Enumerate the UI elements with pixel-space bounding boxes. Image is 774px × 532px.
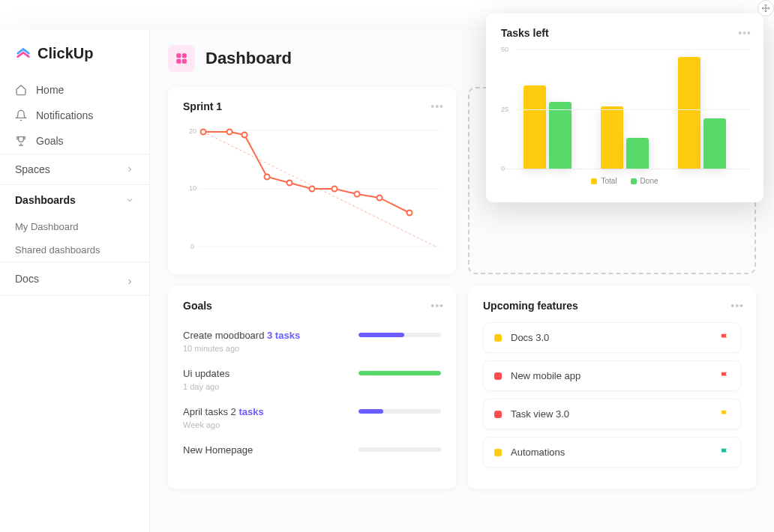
goal-item[interactable]: Create moodboard 3 tasks 10 minutes ago — [183, 322, 441, 360]
feature-item[interactable]: Automations — [483, 437, 741, 468]
bar — [704, 118, 726, 169]
bell-icon — [15, 109, 27, 121]
section-docs[interactable]: Docs — [0, 262, 149, 296]
chevron-right-icon — [125, 277, 134, 286]
chevron-down-icon — [125, 196, 134, 205]
flag-icon — [719, 447, 730, 458]
nav-notifications[interactable]: Notifications — [0, 103, 149, 128]
feature-label: Automations — [511, 447, 710, 458]
sidebar-item-my-dashboard[interactable]: My Dashboard — [0, 215, 149, 238]
status-dot — [494, 372, 502, 380]
nav-label: Goals — [36, 135, 64, 147]
goal-title: April tasks 2 tasks — [183, 406, 358, 417]
card-title: Tasks left — [501, 27, 748, 39]
feature-label: New mobile app — [511, 370, 710, 381]
goal-time: 10 minutes ago — [183, 344, 358, 353]
section-label: Dashboards — [15, 194, 76, 206]
svg-point-17 — [310, 187, 315, 192]
svg-point-19 — [355, 192, 360, 197]
tasks-left-chart: 50 25 0 Total Done — [501, 49, 748, 192]
svg-point-18 — [332, 187, 338, 192]
flag-icon — [719, 333, 730, 343]
feature-label: Docs 3.0 — [511, 332, 710, 343]
progress-bar — [358, 447, 441, 452]
bar — [524, 85, 546, 169]
card-title: Upcoming features — [483, 300, 741, 312]
goal-time: 1 day ago — [183, 382, 358, 391]
card-title: Sprint 1 — [183, 100, 441, 112]
logo[interactable]: ClickUp — [0, 45, 149, 77]
goal-item[interactable]: Ui updates 1 day ago — [183, 360, 441, 399]
trophy-icon — [15, 135, 27, 147]
svg-rect-2 — [182, 53, 187, 58]
goal-title: New Homepage — [183, 444, 358, 456]
more-icon[interactable]: ••• — [730, 300, 744, 312]
upcoming-card: Upcoming features ••• Docs 3.0 New mobil… — [468, 286, 756, 489]
sprint-card: Sprint 1 ••• 20 10 0 — [168, 87, 456, 274]
sidebar: ClickUp Home Notifications Goals Spaces … — [0, 30, 150, 532]
brand-text: ClickUp — [38, 45, 93, 62]
clickup-logo-icon — [15, 46, 32, 62]
progress-bar — [358, 409, 441, 414]
svg-point-15 — [265, 175, 270, 180]
flag-icon — [719, 371, 730, 381]
status-dot — [494, 334, 502, 342]
nav-home[interactable]: Home — [0, 77, 149, 103]
svg-point-13 — [227, 130, 232, 135]
svg-text:10: 10 — [189, 184, 196, 192]
goals-card: Goals ••• Create moodboard 3 tasks 10 mi… — [168, 286, 456, 489]
progress-bar — [358, 371, 441, 375]
nav-label: Notifications — [36, 109, 93, 121]
status-dot — [494, 411, 502, 418]
bar — [626, 138, 649, 169]
legend-label: Total — [601, 177, 616, 185]
dashboard-icon — [168, 45, 195, 72]
section-dashboards[interactable]: Dashboards — [0, 184, 149, 215]
tasks-left-card[interactable]: Tasks left ••• 50 25 0 Total Done — [486, 13, 764, 202]
chart-legend: Total Done — [501, 177, 748, 185]
more-icon[interactable]: ••• — [738, 27, 752, 39]
svg-point-12 — [201, 130, 206, 135]
bar — [549, 102, 572, 169]
burndown-chart: 20 10 0 — [183, 123, 441, 258]
feature-item[interactable]: Docs 3.0 — [483, 322, 741, 353]
section-label: Docs — [15, 273, 39, 285]
bar — [601, 106, 623, 169]
home-icon — [15, 84, 27, 96]
svg-text:20: 20 — [189, 127, 196, 135]
progress-bar — [358, 333, 441, 337]
sidebar-item-shared-dashboards[interactable]: Shared dashboards — [0, 238, 149, 262]
goal-title: Create moodboard 3 tasks — [183, 330, 358, 341]
more-icon[interactable]: ••• — [430, 100, 444, 112]
section-label: Spaces — [15, 163, 50, 175]
goal-time: Week ago — [183, 420, 358, 429]
svg-point-20 — [377, 196, 382, 201]
move-handle-icon[interactable] — [758, 0, 774, 16]
svg-text:0: 0 — [190, 243, 194, 250]
chevron-right-icon — [125, 165, 134, 174]
svg-point-21 — [407, 211, 412, 216]
card-title: Goals — [183, 300, 441, 312]
goal-item[interactable]: April tasks 2 tasks Week ago — [183, 399, 441, 437]
more-icon[interactable]: ••• — [430, 300, 444, 312]
svg-rect-1 — [176, 53, 181, 58]
page-title: Dashboard — [206, 49, 292, 68]
svg-rect-4 — [182, 59, 187, 64]
sidebar-footer: S — [0, 522, 149, 532]
nav-label: Home — [36, 84, 64, 96]
section-spaces[interactable]: Spaces — [0, 154, 149, 184]
goal-item[interactable]: New Homepage — [183, 437, 441, 466]
legend-label: Done — [640, 177, 658, 185]
goal-title: Ui updates — [183, 368, 358, 379]
feature-item[interactable]: New mobile app — [483, 360, 741, 391]
bar — [678, 57, 700, 169]
svg-rect-3 — [176, 59, 181, 64]
feature-item[interactable]: Task view 3.0 — [483, 399, 741, 429]
nav-goals[interactable]: Goals — [0, 128, 149, 154]
svg-point-16 — [287, 181, 292, 186]
status-dot — [494, 449, 502, 456]
svg-point-14 — [242, 133, 248, 138]
feature-label: Task view 3.0 — [511, 408, 710, 420]
flag-icon — [719, 409, 730, 420]
